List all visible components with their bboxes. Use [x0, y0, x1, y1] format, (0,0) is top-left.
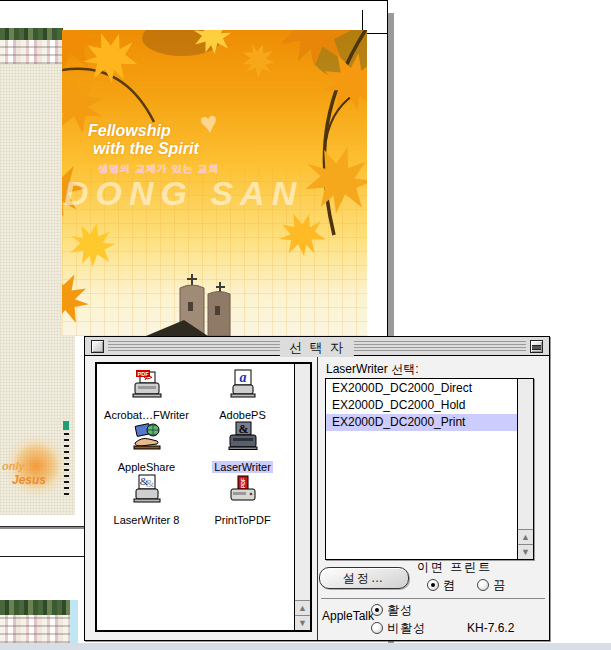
- background-print-off-radio[interactable]: 끔: [477, 577, 506, 594]
- black-rule: [0, 556, 84, 557]
- printer-list-scrollbar[interactable]: ▲ ▼: [517, 379, 533, 559]
- only-text: only: [2, 460, 25, 472]
- section-divider: [321, 598, 545, 599]
- printer-row-selected[interactable]: EX2000D_DC2000_Print: [326, 414, 517, 431]
- green-mark: [63, 421, 69, 430]
- device-label: LaserWriter 8: [112, 514, 182, 526]
- device-panel-scrollbar[interactable]: ▲ ▼: [294, 364, 310, 630]
- radio-on-icon[interactable]: [427, 579, 439, 591]
- background-print-on-radio[interactable]: 켬: [427, 577, 456, 594]
- radio-active-icon[interactable]: [371, 604, 383, 616]
- svg-text:PDF: PDF: [137, 371, 149, 377]
- bottom-strip: [0, 643, 611, 650]
- printer-list-label: LaserWriter 선택:: [326, 361, 418, 378]
- device-panel: PDF Acrobat…FWriter a AdobePS: [95, 362, 312, 632]
- adobeps-icon: a: [227, 369, 259, 401]
- page-frame-top-line: [0, 0, 388, 1]
- device-label: AdobePS: [217, 409, 267, 421]
- background-print-label: 이면 프린트: [417, 559, 492, 576]
- radio-inactive-label: 비활성: [387, 621, 426, 635]
- device-laserwriter[interactable]: & LaserWriter: [195, 421, 290, 475]
- screen: only Jesus: [0, 0, 611, 650]
- window-title: 선 택 자: [280, 339, 354, 357]
- radio-off-label: 끔: [493, 578, 506, 592]
- cover-title-line2: with the Spirit: [93, 140, 199, 158]
- close-box-icon[interactable]: [91, 340, 104, 353]
- device-label: PrintToPDF: [212, 514, 272, 526]
- appletalk-inactive-radio[interactable]: 비활성: [371, 620, 426, 637]
- device-adobeps[interactable]: a AdobePS: [195, 369, 290, 423]
- appletalk-label: AppleTalk: [322, 609, 374, 623]
- device-label-selected: LaserWriter: [212, 461, 273, 473]
- radio-inactive-icon[interactable]: [371, 622, 383, 634]
- blue-strip: [70, 600, 78, 643]
- printer-row[interactable]: EX2000D_DC2000_Direct: [326, 380, 517, 397]
- scroll-down-icon[interactable]: ▼: [295, 615, 310, 630]
- scroll-up-icon[interactable]: ▲: [518, 529, 533, 544]
- appletalk-active-radio[interactable]: 활성: [371, 602, 413, 619]
- device-appleshare[interactable]: AppleShare: [99, 421, 194, 475]
- device-printtopdf[interactable]: PDF PrintToPDF: [195, 474, 290, 528]
- collapse-box-icon[interactable]: [530, 340, 543, 353]
- printer-list: EX2000D_DC2000_Direct EX2000D_DC2000_Hol…: [325, 378, 534, 560]
- printer-rows: EX2000D_DC2000_Direct EX2000D_DC2000_Hol…: [326, 380, 517, 431]
- cover-title-line1: Fellowship: [88, 122, 171, 140]
- title-bar[interactable]: 선 택 자: [85, 337, 549, 356]
- printer-row[interactable]: EX2000D_DC2000_Hold: [326, 397, 517, 414]
- appleshare-icon: [131, 421, 163, 453]
- radio-active-label: 활성: [387, 603, 413, 617]
- device-label: Acrobat…FWriter: [102, 409, 191, 421]
- svg-text:&: &: [139, 475, 148, 487]
- barcode-marks: [64, 433, 69, 495]
- device-acrobat-pdfwriter[interactable]: PDF Acrobat…FWriter: [99, 369, 194, 423]
- version-text: KH-7.6.2: [467, 621, 514, 635]
- laserwriter8-icon: & &: [131, 474, 163, 506]
- radio-off-icon[interactable]: [477, 579, 489, 591]
- laserwriter-icon: &: [227, 421, 259, 453]
- children-photo-bottom: [0, 600, 70, 643]
- svg-text:PDF: PDF: [240, 478, 246, 488]
- svg-text:&: &: [238, 422, 248, 436]
- magazine-cover-image: ♥ Fellowship with the Spirit 생명의 교제가 있는 …: [62, 30, 367, 336]
- panel-divider: [317, 357, 318, 640]
- setup-button[interactable]: 설정…: [319, 567, 409, 589]
- church-silhouette: [146, 274, 230, 336]
- gray-rule: [0, 526, 84, 529]
- photo-crowd: [0, 40, 63, 64]
- chooser-window: 선 택 자 PDF Acrobat…FWriter: [84, 336, 550, 641]
- printtopdf-icon: PDF: [227, 474, 259, 506]
- radio-on-label: 켬: [443, 578, 456, 592]
- chooser-content: PDF Acrobat…FWriter a AdobePS: [85, 357, 549, 640]
- jesus-text: Jesus: [12, 473, 46, 487]
- acrobat-pdfwriter-icon: PDF: [131, 369, 163, 401]
- device-label: AppleShare: [116, 461, 178, 473]
- photo-crowd: [0, 615, 70, 643]
- device-laserwriter8[interactable]: & & LaserWriter 8: [99, 474, 194, 528]
- svg-text:a: a: [239, 370, 246, 385]
- cover-masthead: DONG SAN: [64, 174, 303, 213]
- children-photo-top: [0, 28, 63, 64]
- scroll-down-icon[interactable]: ▼: [518, 544, 533, 559]
- scroll-up-icon[interactable]: ▲: [295, 600, 310, 615]
